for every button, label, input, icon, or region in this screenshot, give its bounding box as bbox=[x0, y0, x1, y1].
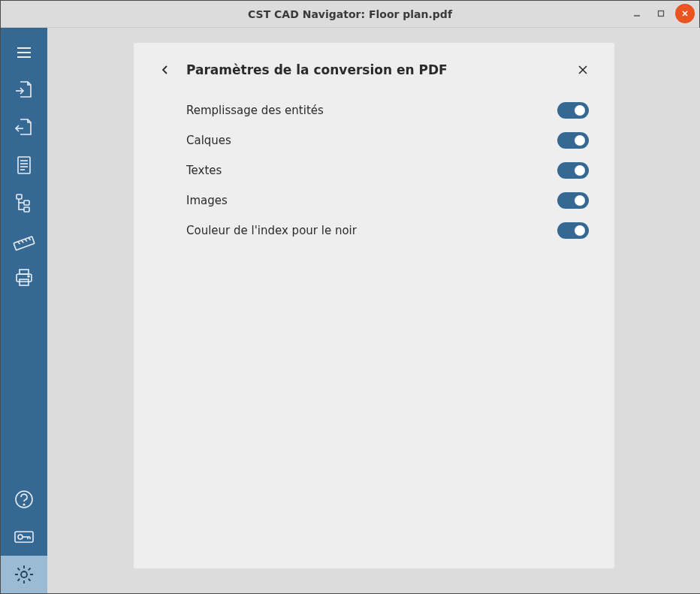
sidebar-item-measure[interactable] bbox=[1, 222, 47, 259]
setting-label: Textes bbox=[186, 164, 557, 177]
hamburger-icon bbox=[14, 43, 34, 62]
sidebar-item-help[interactable] bbox=[1, 481, 47, 518]
close-panel-button[interactable] bbox=[572, 59, 593, 80]
svg-rect-7 bbox=[18, 157, 30, 173]
svg-rect-22 bbox=[20, 279, 29, 285]
setting-label: Remplissage des entités bbox=[186, 104, 557, 117]
setting-label: Couleur de l'index pour le noir bbox=[186, 224, 557, 237]
tree-icon bbox=[14, 192, 35, 213]
toggle-images[interactable] bbox=[557, 192, 589, 209]
sidebar-item-settings[interactable] bbox=[1, 556, 47, 593]
svg-rect-1 bbox=[659, 11, 664, 17]
toggle-knob bbox=[575, 105, 585, 116]
toggle-fill-entities[interactable] bbox=[557, 102, 589, 119]
window-controls bbox=[627, 4, 695, 23]
minimize-button[interactable] bbox=[627, 4, 647, 23]
setting-row-black-index-color: Couleur de l'index pour le noir bbox=[186, 216, 589, 246]
svg-rect-21 bbox=[17, 274, 32, 282]
svg-rect-12 bbox=[17, 194, 22, 199]
toggle-knob bbox=[575, 195, 585, 206]
help-icon bbox=[14, 489, 35, 510]
gear-icon bbox=[13, 563, 35, 586]
setting-row-fill-entities: Remplissage des entités bbox=[186, 95, 589, 125]
document-icon bbox=[14, 155, 35, 176]
sidebar-item-structure[interactable] bbox=[1, 184, 47, 222]
panel-header: Paramètres de la conversion en PDF bbox=[155, 59, 593, 80]
setting-row-layers: Calques bbox=[186, 125, 589, 155]
close-button[interactable] bbox=[675, 4, 695, 23]
toggle-knob bbox=[575, 165, 585, 176]
sidebar-item-print[interactable] bbox=[1, 259, 47, 297]
titlebar: CST CAD Navigator: Floor plan.pdf bbox=[1, 1, 699, 28]
panel-title: Paramètres de la conversion en PDF bbox=[186, 62, 572, 77]
toggle-layers[interactable] bbox=[557, 132, 589, 149]
svg-point-25 bbox=[23, 504, 25, 505]
svg-rect-15 bbox=[14, 237, 35, 250]
key-card-icon bbox=[13, 527, 35, 547]
back-button[interactable] bbox=[155, 59, 176, 80]
chevron-left-icon bbox=[159, 64, 171, 76]
svg-point-27 bbox=[18, 535, 23, 539]
sidebar-item-export[interactable] bbox=[1, 109, 47, 146]
settings-panel: Paramètres de la conversion en PDF Rempl… bbox=[134, 43, 614, 568]
toggle-black-index-color[interactable] bbox=[557, 222, 589, 239]
toggle-knob bbox=[575, 225, 585, 236]
maximize-button[interactable] bbox=[651, 4, 671, 23]
settings-list: Remplissage des entités Calques Textes I… bbox=[155, 95, 593, 246]
setting-row-images: Images bbox=[186, 185, 589, 216]
file-import-icon bbox=[13, 79, 35, 101]
main-area: Paramètres de la conversion en PDF Rempl… bbox=[47, 28, 700, 593]
close-icon bbox=[577, 64, 589, 76]
svg-point-23 bbox=[28, 276, 29, 277]
sidebar-item-pages[interactable] bbox=[1, 146, 47, 184]
svg-rect-20 bbox=[20, 270, 29, 274]
svg-point-31 bbox=[21, 571, 27, 577]
window-title: CST CAD Navigator: Floor plan.pdf bbox=[248, 8, 452, 20]
printer-icon bbox=[14, 267, 35, 288]
setting-row-texts: Textes bbox=[186, 155, 589, 185]
sidebar-item-license[interactable] bbox=[1, 518, 47, 556]
sidebar bbox=[1, 28, 47, 593]
body-area: Paramètres de la conversion en PDF Rempl… bbox=[1, 28, 699, 593]
setting-label: Images bbox=[186, 194, 557, 207]
app-window: CST CAD Navigator: Floor plan.pdf bbox=[0, 0, 700, 594]
sidebar-item-import[interactable] bbox=[1, 71, 47, 109]
sidebar-item-menu[interactable] bbox=[1, 34, 47, 71]
svg-rect-14 bbox=[24, 207, 29, 212]
svg-rect-13 bbox=[24, 201, 29, 205]
ruler-icon bbox=[13, 229, 35, 252]
toggle-texts[interactable] bbox=[557, 162, 589, 179]
setting-label: Calques bbox=[186, 134, 557, 147]
toggle-knob bbox=[575, 135, 585, 146]
file-export-icon bbox=[13, 116, 35, 139]
